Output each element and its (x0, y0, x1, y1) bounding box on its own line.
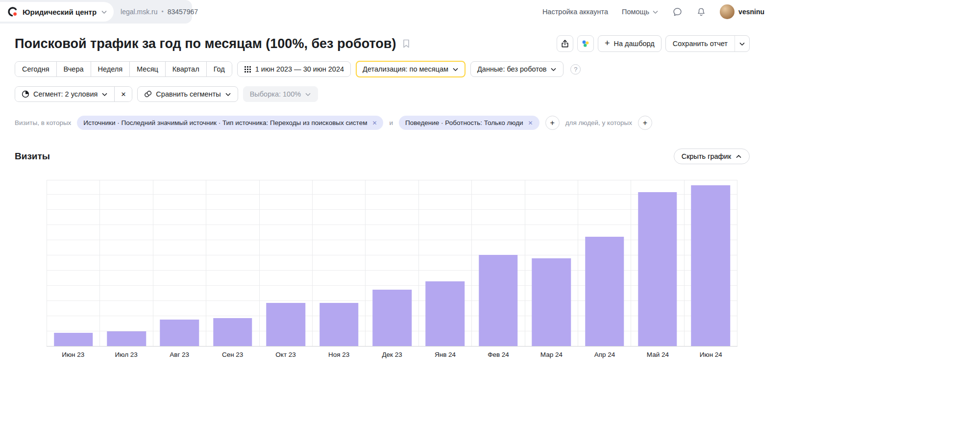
period-button[interactable]: Сегодня (15, 62, 57, 76)
period-button[interactable]: Год (207, 62, 232, 76)
close-icon: ✕ (121, 91, 126, 98)
counter-id: 83457967 (168, 8, 198, 16)
save-report-button: Сохранить отчет (665, 35, 750, 52)
plus-icon: + (550, 119, 554, 127)
chevron-down-icon (550, 66, 557, 73)
chart-column (313, 180, 366, 346)
help-label: Помощь (622, 8, 649, 16)
period-button[interactable]: Месяц (130, 62, 166, 76)
segment-dropdown[interactable]: Сегмент: 2 условия (15, 87, 114, 101)
period-group: СегодняВчераНеделяМесяцКварталГод (15, 61, 232, 77)
filter-row-segments: Сегмент: 2 условия ✕ Сравнить сегменты (15, 86, 750, 102)
hide-chart-button[interactable]: Скрыть график (674, 149, 750, 164)
question-icon[interactable]: ? (570, 64, 581, 75)
chart-column (472, 180, 525, 346)
compare-segments-label: Сравнить сегменты (156, 90, 220, 98)
chart-column (525, 180, 578, 346)
chevron-up-icon (735, 153, 742, 160)
account-settings-link[interactable]: Настройка аккаунта (542, 8, 608, 16)
chevron-down-icon (225, 91, 231, 98)
save-report-label[interactable]: Сохранить отчет (666, 36, 735, 51)
chart-bar[interactable] (160, 320, 199, 346)
chart-column (153, 180, 206, 346)
chart-x-label: Дек 23 (366, 351, 418, 358)
close-icon[interactable]: ✕ (372, 120, 377, 126)
data-mode-dropdown[interactable]: Данные: без роботов (470, 61, 564, 77)
chart-bar[interactable] (107, 331, 146, 346)
chart-bar[interactable] (691, 185, 730, 346)
chart-column (47, 180, 100, 346)
date-range-button[interactable]: 1 июн 2023 — 30 июн 2024 (237, 61, 351, 77)
chart-bar[interactable] (638, 192, 677, 346)
username: vesninu (738, 8, 764, 16)
period-button[interactable]: Неделя (91, 62, 130, 76)
chart-bar[interactable] (532, 258, 570, 346)
help-menu[interactable]: Помощь (622, 8, 659, 16)
user-menu[interactable]: vesninu (720, 4, 764, 19)
close-icon[interactable]: ✕ (528, 120, 533, 126)
chart-bar[interactable] (267, 303, 305, 346)
chart-bar[interactable] (319, 303, 358, 346)
add-to-dashboard-button[interactable]: + На дашборд (598, 35, 662, 52)
chart-x-label: Фев 24 (472, 351, 525, 358)
chart-column (631, 180, 684, 346)
chart-header: Визиты Скрыть график (15, 149, 750, 164)
clear-segment-button[interactable]: ✕ (114, 87, 132, 101)
period-button[interactable]: Вчера (57, 62, 91, 76)
chart-column (366, 180, 418, 346)
counter-switcher[interactable]: Юридический центр (0, 2, 114, 22)
export-share-button[interactable] (557, 35, 573, 52)
chart-x-label: Сен 23 (206, 351, 259, 358)
save-report-caret[interactable] (735, 36, 749, 51)
chart-bar[interactable] (585, 237, 624, 346)
chart-bar[interactable] (372, 290, 411, 346)
visits-bar-chart: Июн 23Июл 23Авг 23Сен 23Окт 23Ноя 23Дек … (15, 180, 750, 358)
chart-x-label: Апр 24 (578, 351, 631, 358)
avatar (720, 4, 735, 19)
metrica-color-logo-icon[interactable] (577, 35, 594, 52)
segment-condition-chip[interactable]: Поведение · Роботность: Только люди ✕ (399, 116, 539, 130)
chart-bar[interactable] (213, 318, 252, 346)
title-row: Поисковой трафик за год по месяцам (100%… (15, 35, 750, 52)
report-title-text: Поисковой трафик за год по месяцам (100%… (15, 36, 396, 51)
detail-label: Детализация: по месяцам (363, 65, 448, 73)
chart-x-label: Мар 24 (525, 351, 578, 358)
chevron-down-icon (652, 9, 659, 15)
sampling-dropdown[interactable]: Выборка: 100% (243, 86, 318, 102)
segment-conditions-row: Визиты, в которых Источники · Последний … (15, 116, 750, 130)
detail-dropdown[interactable]: Детализация: по месяцам (356, 61, 466, 77)
chart-column (260, 180, 313, 346)
chart-bar[interactable] (54, 333, 93, 346)
counter-name: Юридический центр (23, 8, 97, 16)
topbar: Юридический центр legal.msk.ru • 8345796… (0, 0, 764, 24)
chart-bar[interactable] (426, 281, 465, 346)
counter-switcher-area: Юридический центр legal.msk.ru • 8345796… (0, 0, 192, 24)
chart-column (578, 180, 631, 346)
segment-group: Сегмент: 2 условия ✕ (15, 86, 132, 102)
compare-segments-dropdown[interactable]: Сравнить сегменты (137, 86, 238, 102)
page-title: Поисковой трафик за год по месяцам (100%… (15, 36, 411, 51)
chart-x-label: Окт 23 (259, 351, 312, 358)
add-people-condition-button[interactable]: + (638, 116, 652, 130)
hide-chart-label: Скрыть график (682, 152, 731, 160)
chevron-down-icon (452, 66, 459, 73)
segment-condition-chip[interactable]: Источники · Последний значимый источник … (77, 116, 383, 130)
chart-column (419, 180, 472, 346)
content: Поисковой трафик за год по месяцам (100%… (0, 35, 764, 358)
chat-icon[interactable] (672, 7, 683, 17)
add-visit-condition-button[interactable]: + (545, 116, 560, 130)
bell-icon[interactable] (696, 7, 706, 17)
chart-x-label: Июн 23 (47, 351, 99, 358)
chart-bar[interactable] (479, 255, 517, 346)
chevron-down-icon (305, 91, 311, 98)
data-mode-label: Данные: без роботов (477, 65, 546, 73)
period-button[interactable]: Квартал (166, 62, 207, 76)
counter-domain[interactable]: legal.msk.ru (121, 8, 157, 16)
bookmark-icon[interactable] (402, 39, 411, 49)
compare-segments-icon (144, 90, 152, 98)
chevron-down-icon (101, 9, 107, 15)
chart-plot (47, 180, 737, 347)
date-range-label: 1 июн 2023 — 30 июн 2024 (255, 65, 344, 73)
chart-column (206, 180, 259, 346)
sampling-label: Выборка: 100% (250, 90, 301, 98)
